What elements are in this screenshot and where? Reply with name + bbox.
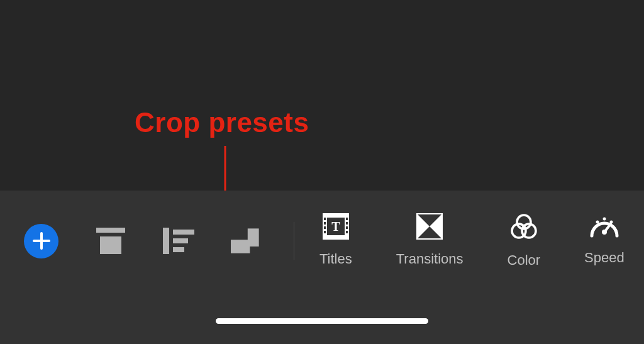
svg-rect-8 [173, 238, 188, 243]
svg-rect-6 [163, 228, 169, 254]
color-icon [510, 213, 538, 241]
toolbar: T Titles Transitions Color [0, 191, 644, 291]
project-button[interactable] [95, 228, 126, 253]
svg-rect-17 [324, 231, 326, 233]
preview-area: Crop presets [0, 0, 644, 191]
svg-rect-21 [346, 231, 348, 233]
svg-point-30 [602, 218, 606, 221]
color-label: Color [508, 252, 541, 269]
transitions-icon [416, 213, 443, 240]
svg-rect-15 [324, 222, 326, 225]
project-icon [95, 228, 126, 254]
list-icon [163, 228, 194, 254]
crop-presets-icon [231, 227, 262, 255]
svg-text:T: T [331, 219, 340, 233]
titles-icon: T [323, 213, 349, 240]
svg-point-29 [596, 221, 599, 224]
svg-rect-14 [324, 218, 326, 220]
svg-rect-9 [173, 247, 184, 252]
speed-label: Speed [584, 250, 625, 266]
left-tools-group [0, 224, 262, 258]
svg-rect-19 [346, 222, 348, 225]
toolbar-divider [294, 222, 294, 260]
svg-rect-16 [324, 226, 326, 229]
crop-presets-button[interactable] [231, 228, 262, 253]
titles-button[interactable]: T Titles [319, 213, 352, 267]
color-button[interactable]: Color [508, 213, 541, 269]
svg-rect-4 [96, 228, 125, 233]
toolbar-panel: T Titles Transitions Color [0, 191, 644, 344]
svg-rect-5 [100, 236, 121, 254]
svg-rect-20 [346, 226, 348, 229]
transitions-label: Transitions [396, 251, 464, 267]
right-tools-group: T Titles Transitions Color [319, 213, 625, 269]
transitions-button[interactable]: Transitions [396, 213, 464, 267]
svg-rect-11 [231, 240, 250, 253]
titles-label: Titles [319, 251, 352, 267]
svg-marker-25 [430, 214, 441, 238]
annotation-label: Crop presets [135, 107, 309, 138]
plus-icon [32, 231, 51, 250]
svg-rect-7 [173, 230, 194, 235]
list-button[interactable] [163, 228, 194, 253]
svg-marker-24 [418, 214, 430, 238]
speed-button[interactable]: Speed [584, 213, 625, 266]
svg-rect-18 [346, 218, 348, 220]
speed-icon [589, 213, 619, 238]
add-button[interactable] [24, 224, 58, 258]
home-indicator[interactable] [216, 318, 428, 324]
